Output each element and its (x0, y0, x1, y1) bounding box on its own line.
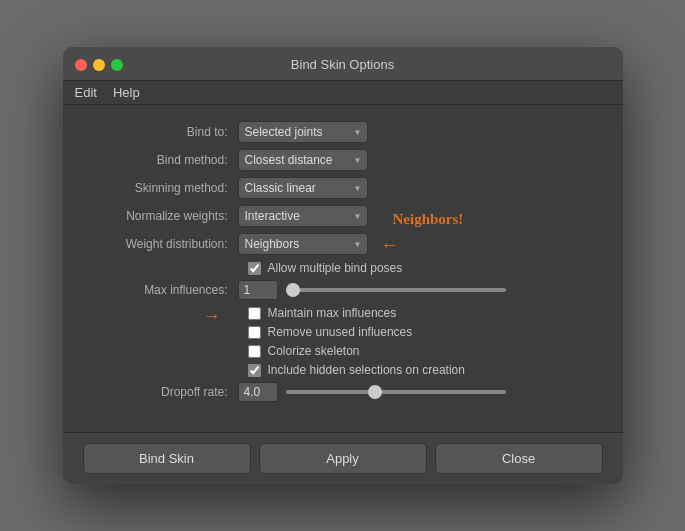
neighbors-annotation: Neighbors! (393, 211, 464, 228)
title-bar: Bind Skin Options (63, 47, 623, 81)
bind-method-control: Closest distance Heat map Geodesic voxel (238, 149, 603, 171)
minimize-button[interactable] (93, 59, 105, 71)
close-button[interactable] (75, 59, 87, 71)
bind-method-label: Bind method: (83, 153, 238, 167)
colorize-skeleton-label: Colorize skeleton (268, 344, 360, 358)
bind-to-row: Bind to: Selected joints Complete skelet… (83, 121, 603, 143)
normalize-weights-row: Normalize weights: Interactive Post None (83, 205, 603, 227)
normalize-weights-label: Normalize weights: (83, 209, 238, 223)
bind-method-row: Bind method: Closest distance Heat map G… (83, 149, 603, 171)
include-hidden-checkbox[interactable] (248, 364, 261, 377)
weight-distribution-select-wrapper: Neighbors Distance (238, 233, 368, 255)
include-hidden-label: Include hidden selections on creation (268, 363, 465, 377)
maintain-max-label: Maintain max influences (268, 306, 397, 320)
maintain-max-row: Maintain max influences (83, 306, 603, 320)
dropoff-rate-input[interactable] (238, 382, 278, 402)
bind-method-select-wrapper: Closest distance Heat map Geodesic voxel (238, 149, 368, 171)
maximize-button[interactable] (111, 59, 123, 71)
weight-distribution-select[interactable]: Neighbors Distance (238, 233, 368, 255)
menu-edit[interactable]: Edit (75, 85, 97, 100)
skinning-method-select[interactable]: Classic linear Dual quaternion Weight bl… (238, 177, 368, 199)
max-influences-slider[interactable] (286, 288, 506, 292)
allow-multiple-bind-checkbox[interactable] (248, 262, 261, 275)
bind-to-select-wrapper: Selected joints Complete skeleton Closes… (238, 121, 368, 143)
apply-button[interactable]: Apply (259, 443, 427, 474)
dropoff-rate-slider[interactable] (286, 390, 506, 394)
allow-multiple-bind-label: Allow multiple bind poses (268, 261, 403, 275)
dropoff-rate-control (238, 382, 603, 402)
max-influences-control (238, 280, 603, 300)
dropoff-rate-label: Dropoff rate: (83, 385, 238, 399)
colorize-skeleton-row: Colorize skeleton (83, 344, 603, 358)
maintain-max-checkbox[interactable] (248, 307, 261, 320)
colorize-skeleton-checkbox[interactable] (248, 345, 261, 358)
weight-distribution-label: Weight distribution: (83, 237, 238, 251)
skinning-method-label: Skinning method: (83, 181, 238, 195)
remove-unused-label: Remove unused influences (268, 325, 413, 339)
menu-help[interactable]: Help (113, 85, 140, 100)
bind-to-select[interactable]: Selected joints Complete skeleton Closes… (238, 121, 368, 143)
content-area: Bind to: Selected joints Complete skelet… (63, 105, 623, 432)
max-influences-label: Max influences: (83, 283, 238, 297)
include-hidden-row: Include hidden selections on creation (83, 363, 603, 377)
skinning-method-control: Classic linear Dual quaternion Weight bl… (238, 177, 603, 199)
remove-unused-row: Remove unused influences (83, 325, 603, 339)
window-title: Bind Skin Options (291, 57, 394, 72)
weight-distribution-control: Neighbors Distance Neighbors! ← (238, 233, 603, 255)
dropoff-rate-row: Dropoff rate: (83, 382, 603, 402)
allow-multiple-bind-row: Allow multiple bind poses (83, 261, 603, 275)
skinning-method-row: Skinning method: Classic linear Dual qua… (83, 177, 603, 199)
footer: Bind Skin Apply Close (63, 432, 623, 484)
remove-unused-checkbox[interactable] (248, 326, 261, 339)
bind-to-label: Bind to: (83, 125, 238, 139)
main-window: Bind Skin Options Edit Help Bind to: Sel… (63, 47, 623, 484)
skinning-method-select-wrapper: Classic linear Dual quaternion Weight bl… (238, 177, 368, 199)
neighbors-arrow: ← (381, 235, 399, 256)
bind-method-select[interactable]: Closest distance Heat map Geodesic voxel (238, 149, 368, 171)
weight-distribution-row: Weight distribution: Neighbors Distance … (83, 233, 603, 255)
bind-to-control: Selected joints Complete skeleton Closes… (238, 121, 603, 143)
max-influences-row: Max influences: No please! → (83, 280, 603, 300)
menubar: Edit Help (63, 81, 623, 105)
max-influences-input[interactable] (238, 280, 278, 300)
normalize-weights-select-wrapper: Interactive Post None (238, 205, 368, 227)
no-please-arrow: → (203, 306, 221, 327)
bind-skin-button[interactable]: Bind Skin (83, 443, 251, 474)
traffic-lights (75, 59, 123, 71)
close-button-footer[interactable]: Close (435, 443, 603, 474)
normalize-weights-select[interactable]: Interactive Post None (238, 205, 368, 227)
